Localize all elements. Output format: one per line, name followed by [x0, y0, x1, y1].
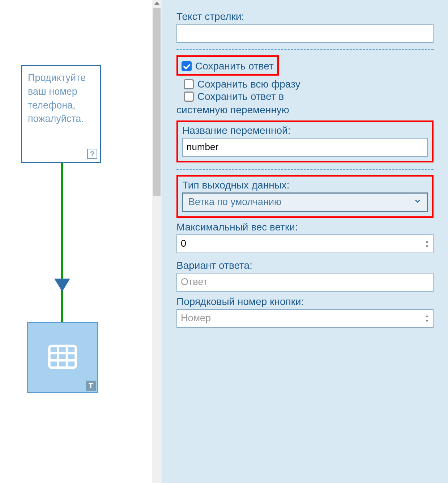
t-badge-label: T [89, 382, 93, 390]
stepper-down-icon[interactable]: ▼ [425, 244, 429, 249]
arrow-text-input[interactable] [176, 24, 434, 43]
save-sysvar-label-prefix: Сохранить ответ в [197, 91, 284, 102]
button-order-group: Порядковый номер кнопки: Номер ▲ ▼ [176, 296, 434, 328]
prompt-node-text: Продиктуйте ваш номер телефона, пожалуйс… [28, 72, 86, 124]
answer-variant-label: Вариант ответа: [176, 260, 434, 271]
table-icon [48, 344, 77, 370]
max-branch-weight-value: 0 [181, 238, 186, 249]
checkbox-sub-group: Сохранить всю фразу Сохранить ответ в [176, 79, 434, 102]
flow-arrow-line[interactable] [61, 163, 63, 322]
flow-arrow-head-icon [54, 279, 70, 292]
flow-node-table[interactable]: T [27, 322, 98, 393]
help-icon-label: ? [90, 149, 94, 159]
t-badge-icon: T [86, 381, 96, 391]
arrow-text-label: Текст стрелки: [176, 11, 434, 22]
variable-name-highlight: Название переменной: [176, 120, 434, 162]
scroll-thumb[interactable] [153, 8, 161, 196]
output-type-select[interactable]: Ветка по умолчанию [182, 192, 428, 212]
help-icon[interactable]: ? [87, 149, 97, 159]
divider [176, 169, 434, 170]
stepper-up-icon[interactable]: ▲ [425, 314, 429, 318]
checkbox-unchecked-icon[interactable] [184, 79, 194, 89]
max-branch-weight-input[interactable]: 0 ▲ ▼ [176, 234, 434, 253]
output-type-highlight: Тип выходных данных: Ветка по умолчанию [176, 175, 434, 218]
button-order-input[interactable]: Номер ▲ ▼ [176, 309, 434, 328]
variable-name-label: Название переменной: [182, 125, 428, 136]
scroll-up-icon[interactable] [154, 1, 159, 5]
svg-rect-0 [49, 346, 76, 368]
output-type-selected: Ветка по умолчанию [188, 196, 281, 208]
answer-variant-input[interactable]: Ответ [176, 273, 434, 292]
save-answer-checkbox-row[interactable]: Сохранить ответ [182, 60, 274, 72]
stepper-arrows-icon[interactable]: ▲ ▼ [425, 314, 429, 323]
max-branch-weight-group: Максимальный вес ветки: 0 ▲ ▼ [176, 221, 434, 253]
checkbox-checked-icon[interactable] [182, 61, 192, 71]
output-type-label: Тип выходных данных: [182, 179, 428, 191]
save-answer-highlight: Сохранить ответ [176, 55, 279, 76]
divider [176, 49, 434, 50]
arrow-text-group: Текст стрелки: [176, 11, 434, 43]
stepper-arrows-icon[interactable]: ▲ ▼ [425, 239, 429, 249]
flow-node-prompt[interactable]: Продиктуйте ваш номер телефона, пожалуйс… [21, 65, 101, 163]
chevron-down-icon [414, 196, 422, 208]
variable-name-input[interactable] [182, 138, 428, 157]
checkbox-unchecked-icon[interactable] [184, 92, 194, 102]
save-full-phrase-checkbox-row[interactable]: Сохранить всю фразу [184, 79, 434, 90]
flow-canvas[interactable]: Продиктуйте ваш номер телефона, пожалуйс… [0, 0, 152, 483]
max-branch-weight-label: Максимальный вес ветки: [176, 221, 434, 233]
save-full-phrase-label: Сохранить всю фразу [197, 79, 300, 90]
save-sysvar-label-suffix: системную переменную [176, 103, 434, 117]
answer-variant-group: Вариант ответа: Ответ [176, 260, 434, 292]
button-order-label: Порядковый номер кнопки: [176, 296, 434, 308]
save-answer-label: Сохранить ответ [195, 60, 274, 72]
stepper-down-icon[interactable]: ▼ [425, 319, 429, 323]
stepper-up-icon[interactable]: ▲ [425, 239, 429, 243]
save-sysvar-checkbox-row[interactable]: Сохранить ответ в [184, 91, 434, 102]
scrollbar[interactable] [152, 0, 162, 483]
button-order-placeholder: Номер [181, 313, 211, 324]
answer-variant-placeholder: Ответ [181, 276, 208, 288]
properties-panel: Текст стрелки: Сохранить ответ Сохранить… [162, 0, 448, 483]
